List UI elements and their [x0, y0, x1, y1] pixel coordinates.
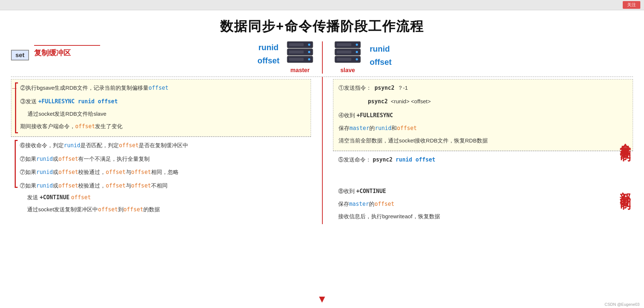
buffer-area: 复制缓冲区 — [34, 45, 258, 58]
partial-left-bracket — [15, 140, 18, 188]
partial-rep-right: 部分复制 ⑤发送命令： psync2 runid offset ⑧收到 +CON… — [333, 151, 633, 224]
step2-offset: offset — [149, 85, 168, 91]
master-label: master — [290, 67, 310, 74]
master-runid-offset: runid offset — [257, 43, 279, 66]
step7c: ⑦如果runid或offset校验通过，offset与offset不相同 — [20, 181, 306, 191]
page-title: 数据同步+命令传播阶段工作流程 — [11, 18, 633, 36]
top-bar: 关注 — [0, 0, 644, 10]
step7b-offset3: offset — [131, 169, 151, 175]
content-area: → ②执行bgsave生成RDB文件，记录当前的复制偏移量offset ③发送 … — [11, 77, 633, 224]
svg-point-12 — [356, 44, 358, 46]
step7c-continue-cmd: +CONTINUE — [40, 194, 69, 201]
step8c: 接收信息后，执行bgrewriteaof，恢复数据 — [338, 212, 615, 221]
step4b-master: master — [350, 125, 369, 131]
full-rep-label: 全量复制 — [620, 135, 631, 144]
step6-runid: runid — [64, 142, 80, 149]
step3-cmd: +FULLRESYNC runid offset — [38, 98, 118, 105]
step7a-offset: offset — [58, 156, 78, 162]
step7c-continue-offset: offset — [71, 194, 91, 201]
step5-args: runid offset — [396, 156, 435, 163]
step4c: 清空当前全部数据，通过socket接收RDB文件，恢复RDB数据 — [339, 136, 614, 145]
partial-rep-left: ⑥接收命令，判定runid是否匹配，判定offset是否在复制缓冲区中 ⑦如果r… — [11, 137, 311, 217]
full-rep-right: ①发送指令： psync2 ？-1 psync2 <runid> <offset… — [333, 79, 633, 151]
step1: ①发送指令： psync2 ？-1 — [339, 83, 614, 93]
slave-runid-label: runid — [370, 44, 390, 54]
left-content: → ②执行bgsave生成RDB文件，记录当前的复制偏移量offset ③发送 … — [11, 77, 322, 224]
partial-rep-label: 部分复制 — [620, 183, 631, 192]
step4b-runid: runid — [375, 125, 391, 131]
step8b: 保存master的offset — [338, 199, 615, 209]
master-server: master — [285, 41, 315, 74]
step3c: 期间接收客户端命令，offset发生了变化 — [20, 122, 305, 131]
step1b-cmd: psync2 — [368, 98, 388, 105]
step5-cmd: psync2 — [373, 156, 392, 163]
left-header: set 复制缓冲区 runid offset — [11, 41, 322, 74]
step4b: 保存master的runid和offset — [339, 123, 614, 133]
svg-point-14 — [356, 58, 358, 60]
svg-rect-16 — [337, 51, 351, 53]
step7b: ⑦如果runid或offset校验通过，offset与offset相同，忽略 — [20, 167, 306, 177]
step7b-runid: runid — [36, 169, 53, 175]
step8b-master: master — [349, 201, 369, 207]
svg-rect-8 — [289, 58, 304, 61]
step7c-runid: runid — [36, 182, 53, 189]
step7c-offset5: offset — [124, 206, 143, 213]
step7c-offset4: offset — [98, 206, 118, 213]
step4: ④收到 +FULLRESYNC — [339, 111, 614, 120]
right-header: slave runid offset — [322, 41, 633, 74]
step3: ③发送 +FULLRESYNC runid offset — [20, 97, 305, 107]
svg-rect-6 — [289, 43, 304, 46]
svg-point-13 — [356, 51, 358, 53]
set-box: set — [11, 52, 29, 59]
svg-rect-7 — [289, 51, 304, 53]
step6: ⑥接收命令，判定runid是否匹配，判定offset是否在复制缓冲区中 — [20, 141, 306, 151]
step7c-offset2: offset — [106, 182, 125, 189]
right-content: 全量复制 ①发送指令： psync2 ？-1 psync2 <runid> <o… — [322, 77, 633, 224]
step1b: psync2 <runid> <offset> — [368, 97, 614, 107]
slave-label: slave — [340, 67, 355, 74]
step3c-offset: offset — [75, 123, 95, 130]
step6-offset: offset — [119, 142, 139, 149]
follow-button[interactable]: 关注 — [623, 1, 640, 9]
svg-rect-17 — [337, 58, 351, 61]
left-bracket — [15, 82, 18, 133]
svg-point-5 — [308, 58, 310, 60]
step8-cmd: +CONTINUE — [356, 188, 386, 194]
step7c-offset1: offset — [58, 182, 78, 189]
content-divider — [322, 77, 323, 224]
full-rep-left: → ②执行bgsave生成RDB文件，记录当前的复制偏移量offset ③发送 … — [11, 79, 311, 137]
step8b-offset: offset — [374, 201, 394, 207]
slave-runid-offset: runid offset — [370, 44, 392, 67]
step5: ⑤发送命令： psync2 runid offset — [338, 155, 615, 165]
slave-server-icon — [333, 41, 362, 67]
bottom-arrow: ▼ — [317, 293, 327, 305]
step7c-send: 发送 +CONTINUE offset — [27, 193, 306, 203]
step7c-offset3: offset — [131, 182, 151, 189]
step1-cmd: psync2 — [374, 85, 394, 91]
step8: ⑧收到 +CONTINUE — [338, 186, 615, 196]
slave-server: slave — [333, 41, 362, 74]
step7a-runid: runid — [36, 156, 53, 162]
partial-rep-label-wrapper: 部分复制 — [620, 151, 631, 224]
step3b: 通过socket发送RDB文件给slave — [28, 109, 305, 119]
step7a: ⑦如果runid或offset有一个不满足，执行全量复制 — [20, 154, 306, 164]
step7c-socket: 通过socket发送复制缓冲区中offset到offset的数据 — [27, 205, 306, 215]
master-offset-label: offset — [257, 56, 279, 66]
buffer-label: 复制缓冲区 — [34, 48, 258, 58]
step2: ②执行bgsave生成RDB文件，记录当前的复制偏移量offset — [20, 83, 305, 93]
step4-cmd: +FULLRESYNC — [356, 112, 393, 119]
svg-rect-15 — [337, 43, 351, 46]
set-label: set — [11, 50, 29, 60]
step7b-offset1: offset — [58, 169, 78, 175]
step7b-offset2: offset — [106, 169, 125, 175]
slave-offset-label: offset — [370, 57, 392, 67]
buffer-line — [34, 45, 100, 46]
svg-point-3 — [308, 44, 310, 46]
master-server-icon — [285, 41, 315, 67]
main-content: 数据同步+命令传播阶段工作流程 set 复制缓冲区 runid offset — [0, 10, 644, 308]
vertical-divider — [322, 41, 323, 74]
watermark: CSDN @Eugene03 — [604, 302, 640, 307]
master-runid-label: runid — [259, 43, 279, 52]
step4b-offset: offset — [397, 125, 417, 131]
svg-point-4 — [308, 51, 310, 53]
